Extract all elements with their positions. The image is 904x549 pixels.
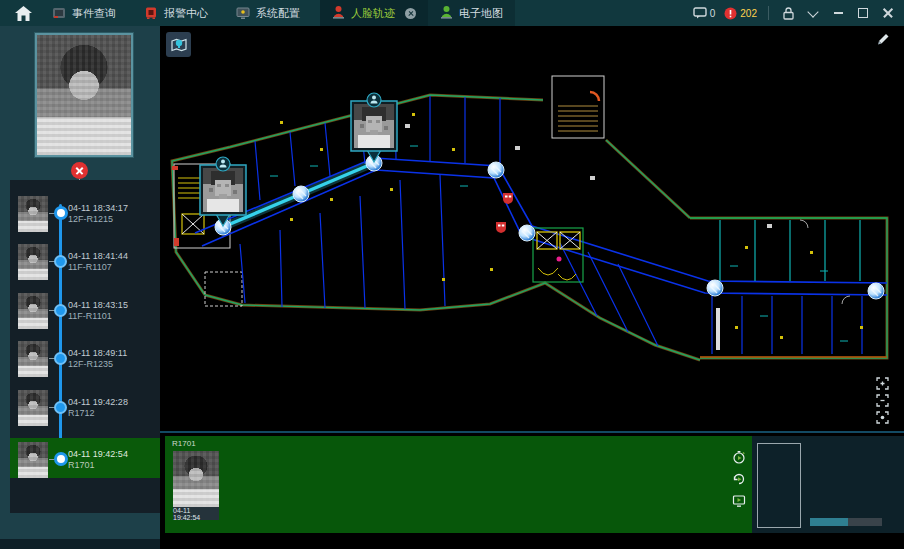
nav-item-alarm-center[interactable]: 报警中心 (130, 0, 222, 26)
timeline-entry[interactable]: 04-11 19:42:28R1712 (10, 386, 160, 430)
zoom-out-icon[interactable] (876, 394, 889, 407)
entry-time: 04-11 18:34:17 (68, 203, 128, 214)
face-callout-marker[interactable] (200, 157, 246, 226)
capture-thumbnail (18, 244, 48, 280)
alarm-counter[interactable]: 202 (724, 7, 757, 20)
lock-button[interactable] (780, 5, 796, 21)
capture-card[interactable]: 04-11 19:42:54 (173, 451, 219, 520)
capture-thumbnail (18, 293, 48, 329)
tab-close-icon[interactable] (405, 8, 416, 19)
entry-location: 11F-R1107 (68, 262, 128, 273)
entry-time: 04-11 18:49:11 (68, 348, 127, 359)
person-marker[interactable] (488, 162, 504, 178)
person-marker[interactable] (293, 186, 309, 202)
timeline-entry[interactable]: 04-11 18:41:4411F-R1107 (10, 240, 160, 284)
locate-icon[interactable] (876, 411, 889, 424)
tab-emap[interactable]: 电子地图 (428, 0, 515, 26)
tab-label: 人脸轨迹 (351, 6, 395, 21)
entry-location: R1712 (68, 408, 128, 419)
map-zoom-controls (876, 377, 889, 424)
timeline-node (54, 255, 67, 268)
alarm-mask-icon (496, 222, 506, 233)
capture-thumbnail (18, 341, 48, 377)
home-button[interactable] (8, 6, 38, 21)
person-marker[interactable] (868, 283, 884, 299)
lock-icon (783, 7, 794, 20)
map-layers-button[interactable] (166, 32, 191, 57)
timeline-entry[interactable]: 04-11 18:34:1712F-R1215 (10, 192, 160, 236)
progress-fill (810, 518, 848, 526)
preview-box[interactable] (757, 443, 801, 528)
home-icon (15, 6, 32, 21)
minimize-icon (834, 12, 843, 14)
timeline-node (54, 401, 67, 414)
entry-text: 04-11 19:42:54R1701 (68, 449, 128, 471)
minimize-button[interactable] (830, 5, 846, 21)
tab-strip: 人脸轨迹 电子地图 (320, 0, 515, 26)
person-marker[interactable] (519, 225, 535, 241)
playback-icons (732, 450, 746, 508)
close-button[interactable] (880, 5, 896, 21)
nav-item-label: 报警中心 (164, 6, 208, 21)
divider (768, 6, 769, 20)
top-bar: 事件查询 报警中心 系统配置 人脸轨迹 (0, 0, 904, 26)
maximize-button[interactable] (855, 5, 871, 21)
message-count: 0 (710, 8, 716, 19)
timer-play-icon[interactable] (732, 450, 746, 464)
nav-item-event-query[interactable]: 事件查询 (38, 0, 130, 26)
timeline-entry-selected[interactable]: 04-11 19:42:54R1701 (10, 438, 160, 478)
playback-side-panel (752, 436, 904, 533)
face-track-sidebar: 04-11 18:34:1712F-R1215 04-11 18:41:4411… (0, 26, 160, 549)
entry-location: R1701 (68, 460, 128, 471)
timeline-node (54, 352, 67, 365)
entry-time: 04-11 18:43:15 (68, 300, 128, 311)
entry-text: 04-11 19:42:28R1712 (68, 397, 128, 419)
remove-target-button[interactable] (71, 162, 88, 179)
entry-text: 04-11 18:49:1112F-R1235 (68, 348, 127, 370)
dropdown-button[interactable] (805, 5, 821, 21)
system-config-icon (236, 6, 250, 20)
cad-cyan-marks (270, 146, 848, 341)
maximize-icon (858, 8, 868, 18)
chevron-down-icon (807, 6, 818, 17)
capture-photo (173, 451, 219, 507)
capture-thumbnail (18, 390, 48, 426)
camera-capture-panel: R1701 04-11 19:42:54 (165, 436, 752, 533)
entry-location: 12F-R1215 (68, 214, 128, 225)
timeline-node (54, 452, 68, 466)
nav-item-system-config[interactable]: 系统配置 (222, 0, 314, 26)
tab-label: 电子地图 (459, 6, 503, 21)
replay-icon[interactable] (732, 472, 746, 486)
entry-time: 04-11 19:42:28 (68, 397, 128, 408)
capture-thumbnail (18, 442, 48, 478)
timeline-entry[interactable]: 04-11 18:49:1112F-R1235 (10, 337, 160, 381)
monitor-play-icon[interactable] (732, 494, 746, 508)
message-counter[interactable]: 0 (693, 7, 716, 19)
timeline-footer (0, 539, 160, 549)
target-face-photo (35, 33, 133, 157)
elevator-core (533, 228, 583, 282)
alarm-mask-icon (503, 193, 513, 204)
person-marker[interactable] (707, 280, 723, 296)
zoom-in-icon[interactable] (876, 377, 889, 390)
floor-plan-map[interactable] (160, 26, 904, 431)
timeline-node (54, 304, 67, 317)
progress-slider[interactable] (810, 518, 882, 526)
alarm-count: 202 (740, 8, 757, 19)
nav-item-label: 系统配置 (256, 6, 300, 21)
edit-pencil-icon (876, 32, 890, 45)
edit-map-button[interactable] (876, 31, 890, 49)
app-window: 事件查询 报警中心 系统配置 人脸轨迹 (0, 0, 904, 549)
capture-thumbnail (18, 196, 48, 232)
top-bar-right: 0 202 (693, 5, 896, 21)
capture-time: 04-11 19:42:54 (173, 507, 219, 520)
nav-item-label: 事件查询 (72, 6, 116, 21)
track-timeline: 04-11 18:34:1712F-R1215 04-11 18:41:4411… (10, 180, 160, 513)
stairwell-north (552, 76, 604, 138)
timeline-entry[interactable]: 04-11 18:43:1511F-R1101 (10, 289, 160, 333)
entry-time: 04-11 18:41:44 (68, 251, 128, 262)
entry-text: 04-11 18:34:1712F-R1215 (68, 203, 128, 225)
face-callout-marker[interactable] (351, 93, 397, 162)
tab-face-track[interactable]: 人脸轨迹 (320, 0, 428, 26)
message-icon (693, 7, 707, 19)
